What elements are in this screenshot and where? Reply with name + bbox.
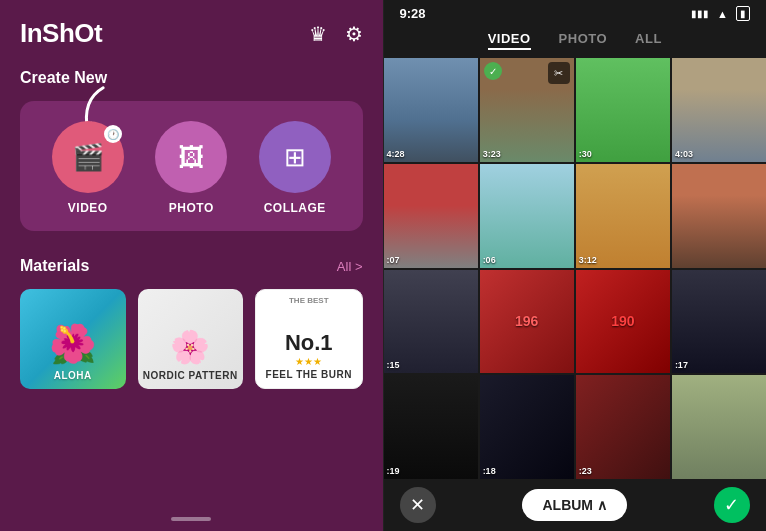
top-bar: InShOt ♛ ⚙: [0, 0, 383, 59]
nordic-label: NORDIC PATTERN: [143, 370, 238, 381]
aloha-icon: 🌺: [49, 322, 96, 366]
tab-photo[interactable]: PHOTO: [559, 31, 608, 50]
cancel-icon: ✕: [410, 494, 425, 516]
tab-video[interactable]: VIDEO: [488, 31, 531, 50]
duration-label: :18: [483, 466, 496, 476]
table-row[interactable]: 4:28: [384, 58, 478, 162]
status-icons: ▮▮▮ ▲ ▮: [691, 6, 750, 21]
materials-title: Materials: [20, 257, 89, 275]
table-row[interactable]: [672, 375, 766, 479]
cancel-button[interactable]: ✕: [400, 487, 436, 523]
material-burn[interactable]: THE BEST No.1 ★★★ FEEL THE BURN: [255, 289, 363, 389]
duration-label: 196: [515, 313, 538, 329]
table-row[interactable]: :15: [384, 270, 478, 374]
photo-grid: 4:28 ✓ ✂ 3:23 :30 4:03 :07 :06 3:12 :15: [384, 58, 767, 479]
wifi-icon: ▲: [717, 8, 728, 20]
duration-label: 190: [611, 313, 634, 329]
top-icons: ♛ ⚙: [309, 22, 363, 46]
tab-all[interactable]: ALL: [635, 31, 662, 50]
settings-icon[interactable]: ⚙: [345, 22, 363, 46]
materials-section: Materials All > 🌺 ALOHA 🌸 NORDIC PATTERN…: [0, 247, 383, 405]
album-chevron-icon: ∧: [597, 497, 607, 513]
duration-label: :07: [387, 255, 400, 265]
scissors-icon: ✂: [548, 62, 570, 84]
create-section-title: Create New: [20, 69, 363, 87]
left-panel: InShOt ♛ ⚙ Create New 🎬 🕐 VIDEO: [0, 0, 383, 531]
no1-badge: No.1: [285, 332, 333, 354]
bottom-controls: ✕ ALBUM ∧ ✓: [384, 479, 767, 531]
album-button[interactable]: ALBUM ∧: [522, 489, 627, 521]
photo-icon: 🖼: [178, 142, 204, 173]
aloha-label: ALOHA: [54, 370, 92, 381]
collage-label: COLLAGE: [264, 201, 326, 215]
duration-label: :17: [675, 360, 688, 370]
table-row[interactable]: 3:12: [576, 164, 670, 268]
all-link[interactable]: All >: [337, 259, 363, 274]
photo-button[interactable]: 🖼 PHOTO: [155, 121, 227, 215]
create-section: Create New 🎬 🕐 VIDEO 🖼: [0, 59, 383, 247]
burn-top-label: THE BEST: [256, 296, 362, 305]
material-nordic[interactable]: 🌸 NORDIC PATTERN: [138, 289, 244, 389]
crown-icon[interactable]: ♛: [309, 22, 327, 46]
app-logo: InShOt: [20, 18, 102, 49]
stars: ★★★: [295, 356, 322, 367]
collage-icon: ⊞: [284, 142, 306, 173]
duration-label: :15: [387, 360, 400, 370]
photo-label: PHOTO: [169, 201, 214, 215]
table-row[interactable]: :06: [480, 164, 574, 268]
duration-label: 3:23: [483, 149, 501, 159]
table-row[interactable]: :30: [576, 58, 670, 162]
duration-label: :19: [387, 466, 400, 476]
material-aloha[interactable]: 🌺 ALOHA: [20, 289, 126, 389]
collage-icon-circle: ⊞: [259, 121, 331, 193]
status-bar: 9:28 ▮▮▮ ▲ ▮: [384, 0, 767, 25]
duration-label: :06: [483, 255, 496, 265]
collage-button[interactable]: ⊞ COLLAGE: [259, 121, 331, 215]
table-row[interactable]: :23: [576, 375, 670, 479]
table-row[interactable]: 190: [576, 270, 670, 374]
duration-label: 4:03: [675, 149, 693, 159]
materials-grid: 🌺 ALOHA 🌸 NORDIC PATTERN THE BEST No.1 ★…: [20, 289, 363, 389]
table-row[interactable]: 196: [480, 270, 574, 374]
table-row[interactable]: :07: [384, 164, 478, 268]
table-row[interactable]: 4:03: [672, 58, 766, 162]
video-icon-circle: 🎬 🕐: [52, 121, 124, 193]
burn-label: FEEL THE BURN: [266, 369, 352, 380]
duration-label: 3:12: [579, 255, 597, 265]
table-row[interactable]: :17: [672, 270, 766, 374]
right-panel: 9:28 ▮▮▮ ▲ ▮ VIDEO PHOTO ALL 4:28 ✓ ✂ 3:…: [384, 0, 767, 531]
check-icon: ✓: [484, 62, 502, 80]
table-row[interactable]: ✓ ✂ 3:23: [480, 58, 574, 162]
media-tabs: VIDEO PHOTO ALL: [384, 25, 767, 58]
bottom-bar: [0, 507, 383, 531]
photo-icon-circle: 🖼: [155, 121, 227, 193]
table-row[interactable]: :18: [480, 375, 574, 479]
signal-bars-icon: ▮▮▮: [691, 8, 709, 19]
video-icon: 🎬: [72, 142, 104, 173]
confirm-icon: ✓: [724, 494, 739, 516]
video-label: VIDEO: [68, 201, 108, 215]
battery-icon: ▮: [736, 6, 750, 21]
confirm-button[interactable]: ✓: [714, 487, 750, 523]
clock-badge: 🕐: [104, 125, 122, 143]
materials-header: Materials All >: [20, 257, 363, 275]
table-row[interactable]: [672, 164, 766, 268]
table-row[interactable]: :19: [384, 375, 478, 479]
nordic-icon: 🌸: [170, 328, 210, 366]
duration-label: :30: [579, 149, 592, 159]
duration-label: 4:28: [387, 149, 405, 159]
video-button[interactable]: 🎬 🕐 VIDEO: [52, 121, 124, 215]
bottom-indicator: [171, 517, 211, 521]
album-label: ALBUM: [542, 497, 593, 513]
create-buttons-container: 🎬 🕐 VIDEO 🖼 PHOTO ⊞ COLLAGE: [20, 101, 363, 231]
status-time: 9:28: [400, 6, 426, 21]
duration-label: :23: [579, 466, 592, 476]
